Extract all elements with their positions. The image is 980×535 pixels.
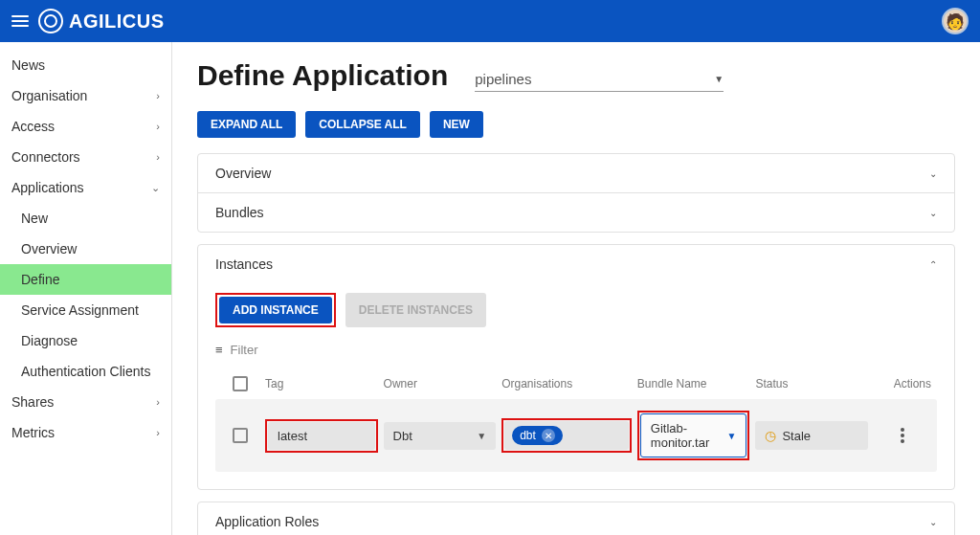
sidebar-item-organisation[interactable]: Organisation › (0, 80, 171, 111)
select-all-checkbox[interactable] (233, 376, 248, 391)
row-checkbox[interactable] (233, 428, 248, 443)
collapse-all-button[interactable]: COLLAPSE ALL (305, 111, 420, 138)
sidebar-item-shares[interactable]: Shares › (0, 387, 171, 417)
status-cell: ◷ Stale (755, 421, 868, 450)
sidebar-item-define[interactable]: Define (0, 264, 171, 295)
caret-down-icon: ▼ (477, 431, 486, 441)
main-content: Define Application pipelines ▼ EXPAND AL… (172, 42, 980, 535)
col-orgs: Organisations (501, 377, 632, 390)
chevron-down-icon: ⌄ (929, 168, 937, 179)
panel-header-overview[interactable]: Overview ⌄ (198, 154, 954, 192)
col-actions: Actions (874, 377, 931, 390)
chevron-down-icon: ⌄ (929, 208, 937, 218)
caret-down-icon: ▼ (727, 431, 737, 441)
sidebar-item-label: Diagnose (21, 333, 78, 348)
chip-label: dbt (520, 429, 536, 442)
panel-header-instances[interactable]: Instances ⌃ (198, 245, 954, 283)
topbar: AGILICUS 🧑 (0, 0, 980, 42)
chevron-down-icon: ⌄ (929, 517, 937, 527)
delete-instances-button: DELETE INSTANCES (345, 293, 486, 327)
chevron-right-icon: › (156, 151, 160, 163)
sidebar-item-access[interactable]: Access › (0, 111, 171, 142)
highlight-indicator: ADD INSTANCE (215, 293, 336, 327)
sidebar-item-label: Organisation (11, 88, 87, 103)
col-status: Status (755, 377, 868, 390)
sidebar-item-label: Metrics (11, 425, 55, 440)
org-chip[interactable]: dbt ✕ (512, 426, 563, 445)
sidebar-item-news[interactable]: News (0, 50, 171, 80)
sidebar-item-label: Define (21, 272, 59, 287)
table-row: latest Dbt ▼ dbt ✕ (215, 399, 937, 472)
sidebar-item-label: Service Assignment (21, 302, 139, 318)
col-bundle: Bundle Name (637, 377, 750, 390)
sidebar-item-label: Shares (11, 394, 54, 410)
sidebar-item-metrics[interactable]: Metrics › (0, 417, 171, 448)
panel-title: Bundles (215, 205, 264, 220)
sidebar-item-label: Applications (11, 180, 84, 195)
sidebar-item-overview[interactable]: Overview (0, 234, 171, 264)
chevron-down-icon: ⌄ (151, 182, 160, 194)
sidebar-item-label: Authentication Clients (21, 364, 150, 379)
application-select[interactable]: pipelines ▼ (475, 67, 724, 92)
col-owner: Owner (384, 377, 497, 390)
caret-down-icon: ▼ (714, 74, 724, 84)
application-select-value: pipelines (475, 71, 531, 87)
filter-label[interactable]: Filter (231, 343, 258, 357)
chevron-right-icon: › (156, 396, 160, 408)
chevron-up-icon: ⌃ (929, 259, 937, 270)
brand-name: AGILICUS (69, 11, 165, 33)
panel-bottom: Application Roles ⌄ Firewall Rules ⌄ Con… (197, 502, 955, 535)
panel-title: Application Roles (215, 514, 319, 529)
expand-all-button[interactable]: EXPAND ALL (197, 111, 296, 138)
panel-instances: Instances ⌃ ADD INSTANCE DELETE INSTANCE… (197, 244, 955, 490)
page-title: Define Application (197, 59, 448, 92)
brand[interactable]: AGILICUS (38, 9, 165, 33)
chevron-right-icon: › (156, 121, 160, 132)
sidebar-item-diagnose[interactable]: Diagnose (0, 325, 171, 356)
avatar[interactable]: 🧑 (942, 8, 969, 34)
clock-icon: ◷ (765, 428, 776, 443)
owner-select[interactable]: Dbt ▼ (384, 422, 497, 450)
highlight-indicator: Gitlab-monitor.tar ▼ (637, 411, 750, 460)
bundle-select[interactable]: Gitlab-monitor.tar ▼ (640, 413, 747, 457)
sidebar: News Organisation › Access › Connectors … (0, 42, 172, 535)
panel-title: Instances (215, 256, 273, 272)
panel-overview-bundles: Overview ⌄ Bundles ⌄ (197, 153, 955, 233)
sidebar-item-new[interactable]: New (0, 203, 171, 234)
tag-input[interactable]: latest (268, 422, 375, 450)
chevron-right-icon: › (156, 427, 160, 438)
bundle-value: Gitlab-monitor.tar (651, 421, 727, 450)
table-header: Tag Owner Organisations Bundle Name Stat… (215, 368, 937, 399)
sidebar-item-connectors[interactable]: Connectors › (0, 142, 171, 172)
sidebar-item-label: News (11, 57, 45, 73)
row-actions-menu[interactable] (897, 424, 908, 447)
brand-logo-icon (38, 9, 63, 33)
sidebar-item-label: Overview (21, 241, 77, 256)
highlight-indicator: dbt ✕ (501, 418, 632, 453)
col-tag: Tag (265, 377, 378, 390)
chip-remove-icon[interactable]: ✕ (542, 429, 555, 442)
owner-value: Dbt (393, 429, 412, 443)
panel-header-bundles[interactable]: Bundles ⌄ (198, 192, 954, 232)
sidebar-item-service-assignment[interactable]: Service Assignment (0, 295, 171, 325)
status-value: Stale (782, 429, 811, 443)
panel-title: Overview (215, 166, 271, 181)
add-instance-button[interactable]: ADD INSTANCE (219, 297, 332, 323)
orgs-cell[interactable]: dbt ✕ (504, 421, 629, 450)
new-button[interactable]: NEW (430, 111, 483, 138)
filter-icon[interactable]: ≡ (215, 343, 223, 357)
sidebar-item-label: Connectors (11, 149, 80, 165)
panel-header-approles[interactable]: Application Roles ⌄ (198, 502, 954, 535)
highlight-indicator: latest (265, 419, 378, 453)
sidebar-item-label: New (21, 211, 48, 226)
chevron-right-icon: › (156, 90, 160, 101)
hamburger-icon[interactable] (11, 15, 29, 27)
sidebar-item-auth-clients[interactable]: Authentication Clients (0, 356, 171, 387)
sidebar-item-label: Access (11, 119, 55, 134)
sidebar-item-applications[interactable]: Applications ⌄ (0, 172, 171, 203)
